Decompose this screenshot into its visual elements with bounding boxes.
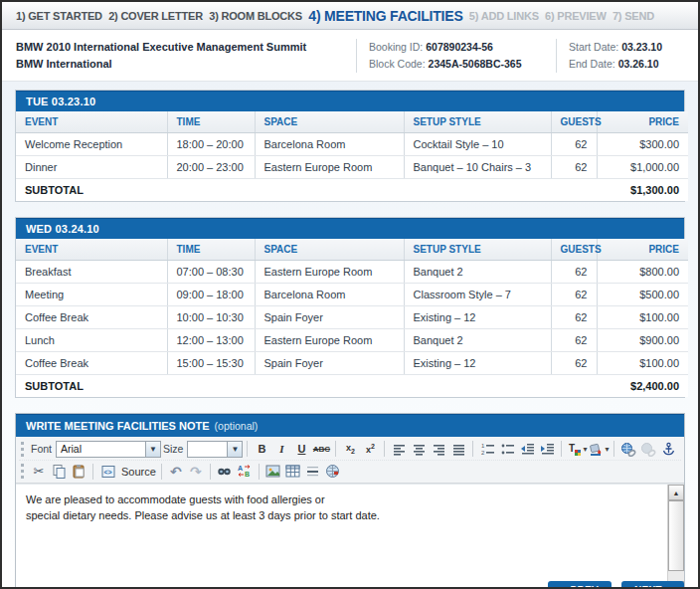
next-button[interactable]: NEXT > xyxy=(621,581,684,589)
table-row: Dinner20:00 – 23:00Eastern Europe RoomBa… xyxy=(16,156,688,179)
font-select-value: Arial xyxy=(57,443,145,455)
cell-event: Meeting xyxy=(16,284,167,306)
prev-button[interactable]: < PREV xyxy=(548,581,612,589)
font-select[interactable]: Arial ▼ xyxy=(56,441,161,458)
booking-id-block: Booking ID: 607890234-56 Block Code: 234… xyxy=(357,39,548,73)
start-date-label: Start Date: xyxy=(569,41,618,53)
align-left-icon[interactable] xyxy=(390,440,408,458)
column-header-time: TIME xyxy=(167,239,255,261)
event-title: BMW 2010 International Executive Managem… xyxy=(16,39,348,56)
toolbar-row-1: Font Arial ▼ Size ▼ BIUABCx2x212T▾▾ xyxy=(19,438,681,460)
table-icon[interactable] xyxy=(284,463,302,481)
cell-time: 10:00 – 10:30 xyxy=(167,306,255,329)
cell-space: Eastern Europe Room xyxy=(255,261,404,284)
superscript-icon[interactable]: x2 xyxy=(361,440,379,458)
align-center-icon[interactable] xyxy=(410,440,428,458)
image-icon[interactable] xyxy=(264,463,282,481)
size-select[interactable]: ▼ xyxy=(187,441,243,458)
cell-price: $100.00 xyxy=(597,306,688,329)
toolbar-drag-handle[interactable] xyxy=(21,464,25,479)
outdent-icon[interactable] xyxy=(518,440,536,458)
cell-price: $500.00 xyxy=(597,284,688,306)
replace-icon[interactable]: AB xyxy=(236,463,254,481)
cell-guests: 62 xyxy=(551,352,597,375)
scroll-up-icon[interactable]: ▲ xyxy=(668,485,684,500)
column-header-event: EVENT xyxy=(16,239,167,261)
bg-color-icon[interactable]: ▾ xyxy=(589,440,609,458)
underline-icon[interactable]: U xyxy=(292,440,310,458)
toolbar-separator xyxy=(384,441,385,457)
size-label: Size xyxy=(163,443,183,455)
source-button[interactable]: <>Source xyxy=(98,463,156,481)
svg-text:B: B xyxy=(245,471,250,478)
toolbar-row-2: ✂<>Source↶↷AB xyxy=(19,460,681,482)
column-header-setup: SETUP STYLE xyxy=(404,111,551,133)
events-table: EVENTTIMESPACESETUP STYLEGUESTSPRICEBrea… xyxy=(16,239,688,397)
booking-id-value: 607890234-56 xyxy=(426,41,493,53)
nav-step-5[interactable]: 5) ADD LINKS xyxy=(469,10,539,22)
justify-icon[interactable] xyxy=(449,440,467,458)
nav-step-1[interactable]: 1) GET STARTED xyxy=(16,10,102,22)
toolbar-drag-handle[interactable] xyxy=(21,442,25,457)
find-icon[interactable] xyxy=(216,463,234,481)
note-text-input[interactable]: We are pleased to accommodate guests wit… xyxy=(16,485,667,589)
anchor-icon[interactable] xyxy=(659,440,677,458)
chevron-down-icon[interactable]: ▼ xyxy=(145,442,160,457)
events-table: EVENTTIMESPACESETUP STYLEGUESTSPRICEWelc… xyxy=(16,111,688,201)
day-title-bar: WED 03.24.10 xyxy=(16,218,684,239)
column-header-guests: GUESTS xyxy=(551,239,597,261)
strikethrough-icon[interactable]: ABC xyxy=(312,440,330,458)
svg-text:1: 1 xyxy=(481,443,485,449)
wizard-footer: < PREV NEXT > xyxy=(548,581,684,589)
cell-price: $1,000.00 xyxy=(597,156,688,179)
link-icon[interactable] xyxy=(619,440,637,458)
subtotal-label: SUBTOTAL xyxy=(16,179,597,202)
table-row: Coffee Break15:00 – 15:30Spain FoyerExis… xyxy=(16,352,688,375)
subscript-icon[interactable]: x2 xyxy=(341,440,359,458)
toolbar-separator xyxy=(247,441,248,457)
font-label: Font xyxy=(31,443,52,455)
italic-icon[interactable]: I xyxy=(272,440,290,458)
scrollbar-thumb[interactable] xyxy=(668,500,684,571)
subtotal-row: SUBTOTAL$1,300.00 xyxy=(16,179,688,202)
undo-icon[interactable]: ↶ xyxy=(167,463,185,481)
bold-icon[interactable]: B xyxy=(253,440,270,458)
note-text-line2: special dietary needs. Please advise us … xyxy=(26,507,657,523)
nav-step-2[interactable]: 2) COVER LETTER xyxy=(108,10,203,22)
cell-event: Welcome Reception xyxy=(16,133,167,156)
column-header-space: SPACE xyxy=(255,239,404,261)
text-color-icon[interactable]: T▾ xyxy=(567,440,587,458)
editor-toolbar: Font Arial ▼ Size ▼ BIUABCx2x212T▾▾ ✂<>S… xyxy=(16,437,684,484)
nav-step-6[interactable]: 6) PREVIEW xyxy=(545,10,607,22)
editor-scrollbar[interactable]: ▲ ▼ xyxy=(667,485,684,589)
unordered-list-icon[interactable] xyxy=(498,440,516,458)
unlink-icon[interactable] xyxy=(639,440,657,458)
column-header-space: SPACE xyxy=(255,111,404,133)
cell-event: Coffee Break xyxy=(16,352,167,375)
booking-window: 1) GET STARTED2) COVER LETTER3) ROOM BLO… xyxy=(0,0,700,589)
cut-icon[interactable]: ✂ xyxy=(30,463,48,481)
day-title-bar: TUE 03.23.10 xyxy=(16,91,684,111)
organization-name: BMW International xyxy=(16,56,348,73)
indent-icon[interactable] xyxy=(538,440,556,458)
align-right-icon[interactable] xyxy=(430,440,447,458)
booking-header: BMW 2010 International Executive Managem… xyxy=(2,30,698,82)
universal-keyboard-icon[interactable] xyxy=(324,463,342,481)
chevron-down-icon[interactable]: ▼ xyxy=(227,442,242,457)
paste-icon[interactable] xyxy=(70,463,88,481)
nav-step-3[interactable]: 3) ROOM BLOCKS xyxy=(209,10,302,22)
subtotal-label: SUBTOTAL xyxy=(16,375,597,398)
cell-setup: Classroom Style – 7 xyxy=(404,284,551,306)
copy-icon[interactable] xyxy=(50,463,68,481)
redo-icon[interactable]: ↷ xyxy=(187,463,205,481)
svg-text:T: T xyxy=(569,443,575,454)
svg-text:2: 2 xyxy=(481,450,485,456)
horizontal-rule-icon[interactable] xyxy=(304,463,322,481)
booking-title-block: BMW 2010 International Executive Managem… xyxy=(16,39,348,73)
cell-time: 09:00 – 18:00 xyxy=(167,284,255,306)
ordered-list-icon[interactable]: 12 xyxy=(478,440,496,458)
cell-space: Barcelona Room xyxy=(255,284,404,306)
column-header-setup: SETUP STYLE xyxy=(404,239,551,261)
nav-step-7[interactable]: 7) SEND xyxy=(612,10,654,22)
nav-step-4[interactable]: 4) MEETING FACILITIES xyxy=(308,8,462,24)
